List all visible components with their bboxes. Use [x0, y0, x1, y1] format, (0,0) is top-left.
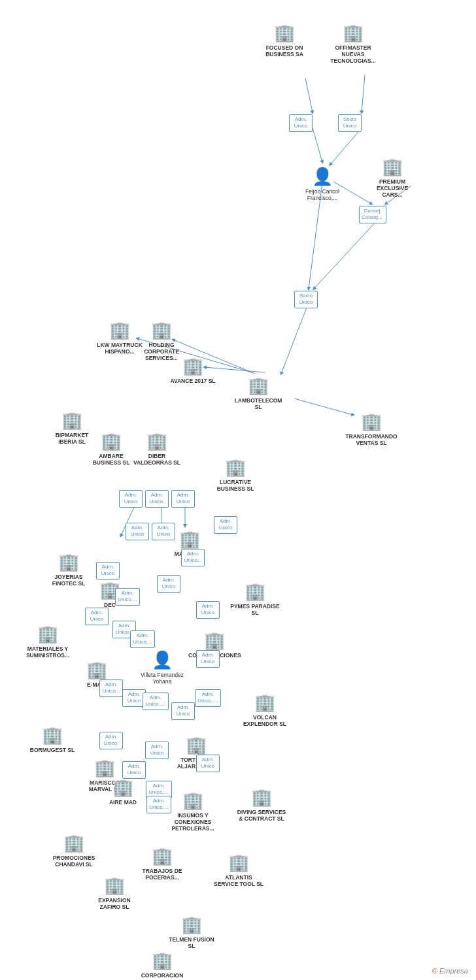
adm-unico-25: Adm. Unico	[108, 761, 160, 779]
promociones_chandavi-icon: 🏢	[63, 833, 84, 853]
adm_unico_21-badge: Adm. Unico,....	[195, 689, 221, 707]
madrican-icon: 🏢	[179, 529, 200, 549]
lkw_maytruck-label: LKW MAYTRUCK HISPANO...	[94, 342, 146, 355]
atlantis_service-icon: 🏢	[228, 853, 249, 873]
adm-unico-22: Adm. Unico.	[85, 732, 137, 749]
holding_corporate-icon: 🏢	[151, 320, 172, 340]
ambare-business: 🏢AMBARE BUSINESS SL	[85, 431, 137, 466]
premium-exclusive: 🏢PREMIUM EXCLUSIVE CARS...	[366, 157, 418, 199]
adm-unico-12: Adm. Unico	[182, 601, 234, 619]
insumos-conexiones: 🏢INSUMOS Y CONEXIONES PETROLERAS...	[167, 791, 219, 832]
socio_unico_2-badge: Socio Único	[294, 291, 318, 308]
volcan-explendor: 🏢VOLCAN EXPLENDOR SL	[239, 693, 291, 727]
pymes_paradise-icon: 🏢	[245, 581, 265, 602]
transformando-ventas: 🏢TRANSFORMANDO VENTAS SL	[345, 412, 398, 446]
bipmarket-icon: 🏢	[61, 410, 82, 431]
materiales_suministros-icon: 🏢	[37, 624, 58, 644]
corporacion_multigym-label: CORPORACION MULTIGYM SL	[136, 972, 188, 980]
adm_unico_12-badge: Adm. Unico	[196, 601, 220, 619]
adm-unico-24: Adm. Unico	[182, 755, 234, 772]
corporacion_multigym-icon: 🏢	[152, 951, 173, 971]
diber_valdeorras-label: DIBER VALDEORRAS SL	[131, 453, 183, 466]
adm_unico_1-badge: Adm. Único	[289, 114, 313, 132]
diving-services: 🏢DIVING SERVICES & CONTRACT SL	[235, 787, 288, 822]
adm-unico-16: Adm. Unico	[182, 650, 234, 668]
villeta-label: Villeta Fernandez Yohana	[136, 672, 188, 685]
adm-unico-1: Adm. Único	[275, 114, 327, 132]
socio-unico-1: Socio Único	[324, 114, 376, 132]
expansion_zafiro-label: EXPANSION ZAFIRO SL	[88, 897, 141, 910]
diber-valdeorras: 🏢DIBER VALDEORRAS SL	[131, 431, 183, 466]
tortillas_aljarafe-icon: 🏢	[186, 735, 207, 755]
consej_1-badge: Consej. Consej....	[359, 206, 386, 223]
offimaster-icon: 🏢	[343, 23, 364, 43]
offimaster-label: OFFIMASTER NUEVAS TECNOLOGIAS...	[327, 44, 379, 65]
transformando_ventas-label: TRANSFORMANDO VENTAS SL	[345, 433, 398, 446]
volcan_explendor-icon: 🏢	[254, 693, 275, 713]
joyerias_finotec-icon: 🏢	[58, 552, 79, 572]
adm-unico-21: Adm. Unico,....	[182, 689, 234, 707]
telmen-fusion: 🏢TELMEN FUSION SL	[165, 915, 218, 949]
trabajos-pocerias: 🏢TRABAJOS DE POCERIAS...	[136, 846, 188, 881]
aire_mad-icon: 🏢	[112, 777, 133, 798]
consej-1: Consej. Consej....	[347, 206, 399, 223]
materiales_suministros-label: MATERIALES Y SUMINISTROS...	[22, 645, 74, 659]
lambotelecom-label: LAMBOTELECOM SL	[232, 397, 284, 410]
lambotelecom-icon: 🏢	[248, 376, 269, 396]
expansion-zafiro: 🏢EXPANSION ZAFIRO SL	[88, 875, 141, 910]
socio-unico-2: Socio Único	[280, 291, 332, 308]
adm_unico_24-badge: Adm. Unico	[196, 755, 220, 772]
adm_unico_4-badge: Adm. Unico	[171, 490, 195, 508]
trabajos_pocerias-icon: 🏢	[152, 846, 173, 866]
lucrative_business-label: LUCRATIVE BUSINESS SL	[209, 479, 262, 492]
adm_unico_22-badge: Adm. Unico.	[99, 732, 123, 749]
materiales-suministros: 🏢MATERIALES Y SUMINISTROS...	[22, 624, 74, 659]
pymes_paradise-label: PYMES PARADISE SL	[229, 603, 281, 616]
construcciones-icon: 🏢	[204, 630, 225, 651]
insumos_conexiones-label: INSUMOS Y CONEXIONES PETROLERAS...	[167, 812, 219, 832]
adm_unico_11-badge: Adm. Unico	[157, 575, 180, 593]
adm_unico_25-badge: Adm. Unico	[122, 761, 146, 779]
premium_exclusive-icon: 🏢	[382, 157, 403, 177]
adm-unico-8: Adm. Unico...	[167, 549, 219, 566]
adm-unico-15: Adm. Unico,...	[116, 630, 169, 648]
focused-on-business: 🏢FOCUSED ON BUSINESS SA	[258, 23, 311, 57]
lucrative_business-icon: 🏢	[225, 457, 246, 478]
lucrative-business: 🏢LUCRATIVE BUSINESS SL	[209, 457, 262, 492]
focused_on_business-icon: 🏢	[274, 23, 295, 43]
bormugest-label: BORMUGEST SL	[30, 747, 75, 753]
diber_valdeorras-icon: 🏢	[146, 431, 167, 451]
adm_unico_5-badge: Adm. Unico	[214, 516, 237, 534]
ambare_business-icon: 🏢	[101, 431, 122, 451]
adm_unico_23-badge: Adm. Unico	[145, 742, 169, 759]
adm-unico-9: Adm. Unico	[82, 562, 134, 580]
promociones-chandavi: 🏢PROMOCIONES CHANDAVI SL	[48, 833, 100, 868]
diving_services-icon: 🏢	[251, 787, 272, 808]
feijoo-label: Feijoo Caricol Francisco,...	[296, 188, 348, 201]
bormugest: 🏢BORMUGEST SL	[26, 725, 78, 753]
feijoo-icon: 👤	[312, 167, 333, 187]
premium_exclusive-label: PREMIUM EXCLUSIVE CARS...	[366, 178, 418, 199]
lambotelecom: 🏢LAMBOTELECOM SL	[232, 376, 284, 410]
copyright: © Empresa	[432, 967, 468, 975]
ambare_business-label: AMBARE BUSINESS SL	[85, 453, 137, 466]
villeta-icon: 👤	[152, 650, 173, 670]
expansion_zafiro-icon: 🏢	[104, 875, 125, 896]
promociones_chandavi-label: PROMOCIONES CHANDAVI SL	[48, 855, 100, 868]
diving_services-label: DIVING SERVICES & CONTRACT SL	[235, 809, 288, 822]
feijoo: 👤Feijoo Caricol Francisco,...	[296, 167, 348, 201]
lkw-maytruck: 🏢LKW MAYTRUCK HISPANO...	[94, 320, 146, 355]
corporacion-multigym: 🏢CORPORACION MULTIGYM SL	[136, 951, 188, 980]
telmen_fusion-label: TELMEN FUSION SL	[165, 936, 218, 949]
atlantis-service: 🏢ATLANTIS SERVICE TOOL SL	[212, 853, 265, 887]
focused_on_business-label: FOCUSED ON BUSINESS SA	[258, 44, 311, 57]
atlantis_service-label: ATLANTIS SERVICE TOOL SL	[212, 874, 265, 887]
lkw_maytruck-icon: 🏢	[109, 320, 130, 340]
volcan_explendor-label: VOLCAN EXPLENDOR SL	[239, 714, 291, 727]
e_mari-icon: 🏢	[86, 660, 107, 680]
telmen_fusion-icon: 🏢	[181, 915, 202, 935]
avance_2017-label: AVANCE 2017 SL	[170, 378, 215, 384]
villeta: 👤Villeta Fernandez Yohana	[136, 650, 188, 685]
offimaster: 🏢OFFIMASTER NUEVAS TECNOLOGIAS...	[327, 23, 379, 65]
bormugest-icon: 🏢	[42, 725, 63, 745]
